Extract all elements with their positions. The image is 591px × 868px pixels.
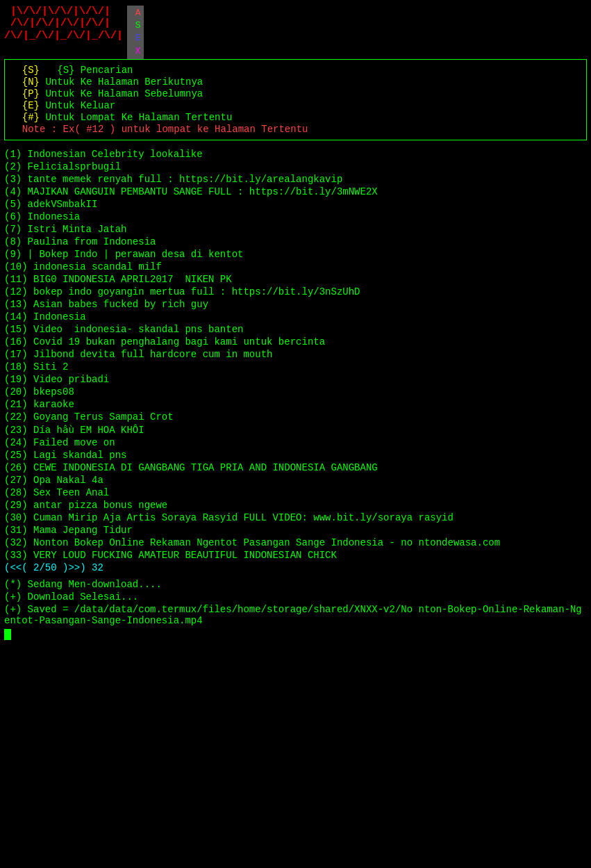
help-line-jump: {#} Untuk Lompat Ke Halaman Tertentu bbox=[10, 112, 581, 123]
list-item[interactable]: (25) Lagi skandal pns bbox=[4, 450, 587, 461]
main-container: |\/\/|\/\/|\/\/| /\/|/\/|/\/|/\/| /\/|_/… bbox=[0, 0, 591, 646]
list-item[interactable]: (6) Indonesia bbox=[4, 211, 587, 222]
list-item[interactable]: (4) MAJIKAN GANGUIN PEMBANTU SANGE FULL … bbox=[4, 186, 587, 197]
help-key-n: {N} bbox=[22, 76, 40, 88]
list-item[interactable]: (24) Failed move on bbox=[4, 437, 587, 448]
status-downloading: (*) Sedang Men-download.... bbox=[4, 579, 587, 590]
list-item[interactable]: (27) Opa Nakal 4a bbox=[4, 475, 587, 486]
help-line-next: {N} Untuk Ke Halaman Berikutnya bbox=[10, 76, 581, 88]
terminal-cursor-line bbox=[4, 629, 587, 640]
list-item[interactable]: (33) VERY LOUD FUCKING AMATEUR BEAUTIFUL… bbox=[4, 550, 587, 561]
help-box: {S} {S} Pencarian {N} Untuk Ke Halaman B… bbox=[4, 59, 587, 140]
help-line-prev: {P} Untuk Ke Halaman Sebelumnya bbox=[10, 88, 581, 99]
list-item[interactable]: (31) Mama Jepang Tidur bbox=[4, 525, 587, 536]
list-item[interactable]: (13) Asian babes fucked by rich guy bbox=[4, 299, 587, 310]
logo-x: X bbox=[130, 46, 141, 56]
status-saved: (+) Saved = /data/data/com.termux/files/… bbox=[4, 604, 587, 626]
list-container: (1) Indonesian Celebrity lookalike (2) F… bbox=[4, 149, 587, 561]
pagination: (<<( 2/50 )>>) 32 bbox=[4, 562, 587, 573]
logo-e: E bbox=[130, 33, 141, 43]
help-key-p: {P} bbox=[22, 88, 40, 99]
list-item[interactable]: (9) | Bokep Indo | perawan desa di kento… bbox=[4, 249, 587, 260]
logo-s: S bbox=[130, 20, 141, 31]
list-item[interactable]: (29) antar pizza bonus ngewe bbox=[4, 500, 587, 511]
list-item[interactable]: (5) adekVSmbakII bbox=[4, 199, 587, 210]
list-item[interactable]: (22) Goyang Terus Sampai Crot bbox=[4, 411, 587, 423]
list-item[interactable]: (23) Día hầu EM HOA KHÔI bbox=[4, 424, 587, 436]
logo-section: |\/\/|\/\/|\/\/| /\/|/\/|/\/|/\/| /\/|_/… bbox=[4, 6, 587, 59]
logo-ascii-art: |\/\/|\/\/|\/\/| /\/|/\/|/\/|/\/| /\/|_/… bbox=[4, 6, 123, 42]
list-item[interactable]: (16) Covid 19 bukan penghalang bagi kami… bbox=[4, 336, 587, 347]
status-done: (+) Download Selesai... bbox=[4, 591, 587, 603]
help-line-search: {S} {S} Pencarian bbox=[10, 65, 581, 76]
list-item[interactable]: (10) indonesia scandal milf bbox=[4, 261, 587, 272]
list-item[interactable]: (2) Felicialsprbugil bbox=[4, 161, 587, 172]
list-item[interactable]: (18) Siti 2 bbox=[4, 361, 587, 372]
list-item[interactable]: (14) Indonesia bbox=[4, 311, 587, 322]
help-note: Note : Ex( #12 ) untuk lompat ke Halaman… bbox=[10, 124, 581, 135]
list-item[interactable]: (32) Nonton Bokep Online Rekaman Ngentot… bbox=[4, 537, 587, 548]
list-item[interactable]: (20) bkeps08 bbox=[4, 386, 587, 398]
logo-side-letters: A S E X bbox=[127, 6, 144, 59]
help-key-e: {E} bbox=[22, 100, 40, 111]
list-item[interactable]: (3) tante memek renyah full : https://bi… bbox=[4, 174, 587, 185]
help-line-exit: {E} Untuk Keluar bbox=[10, 100, 581, 111]
cursor bbox=[4, 629, 11, 640]
list-item[interactable]: (8) Paulina from Indonesia bbox=[4, 236, 587, 247]
list-item[interactable]: (21) karaoke bbox=[4, 399, 587, 410]
list-item[interactable]: (28) Sex Teen Anal bbox=[4, 487, 587, 498]
list-item[interactable]: (15) Video indonesia- skandal pns banten bbox=[4, 324, 587, 335]
list-item[interactable]: (7) Istri Minta Jatah bbox=[4, 224, 587, 235]
status-section: (*) Sedang Men-download.... (+) Download… bbox=[4, 579, 587, 626]
logo-a: A bbox=[130, 8, 141, 18]
list-item[interactable]: (11) BIG0 INDONESIA APRIL2017 NIKEN PK bbox=[4, 274, 587, 285]
list-item[interactable]: (12) bokep indo goyangin mertua full : h… bbox=[4, 286, 587, 297]
help-key-hash: {#} bbox=[22, 112, 40, 123]
list-item[interactable]: (17) Jilbond devita full hardcore cum in… bbox=[4, 349, 587, 360]
list-item[interactable]: (30) Cuman Mirip Aja Artis Soraya Rasyid… bbox=[4, 512, 587, 523]
list-item[interactable]: (19) Video pribadi bbox=[4, 374, 587, 385]
help-key-s: {S} bbox=[22, 65, 40, 76]
list-item[interactable]: (1) Indonesian Celebrity lookalike bbox=[4, 149, 587, 160]
list-item[interactable]: (26) CEWE INDONESIA DI GANGBANG TIGA PRI… bbox=[4, 462, 587, 473]
